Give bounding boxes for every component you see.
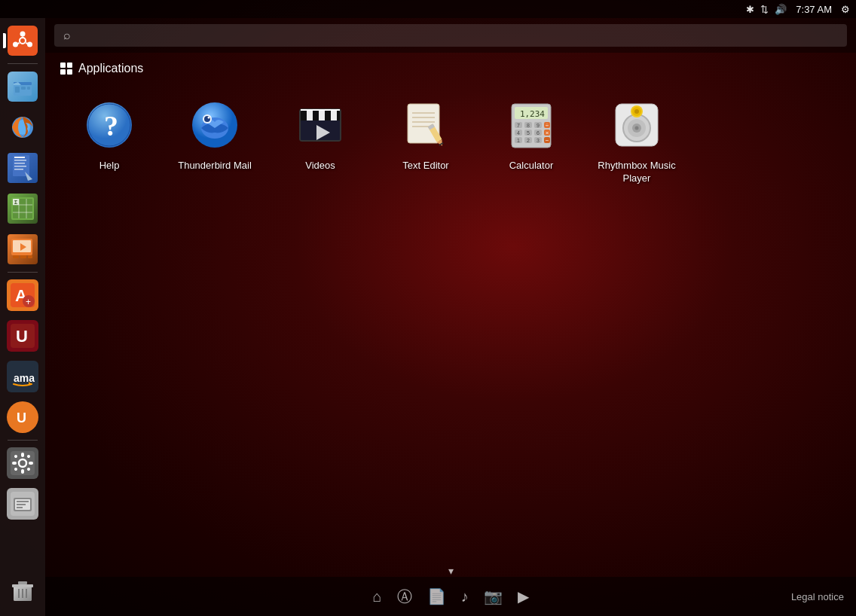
- svg-text:9: 9: [537, 123, 540, 128]
- clock: 7:37 AM: [796, 4, 832, 15]
- apps-grid: ? Help: [45, 81, 856, 202]
- help-app-icon: ?: [82, 98, 136, 152]
- app-item-thunderbird[interactable]: Thunderbird Mail: [166, 89, 264, 194]
- svg-rect-19: [14, 166, 26, 167]
- volume-icon: 🔊: [775, 4, 787, 15]
- bluetooth-icon: ✱: [746, 4, 754, 15]
- bottombar: ▾ ⌂ Ⓐ 📄 ♪ 📷 ▶ Legal notice: [45, 577, 856, 616]
- svg-point-74: [208, 117, 210, 119]
- svg-point-1: [20, 32, 26, 37]
- svg-point-135: [634, 109, 639, 114]
- svg-rect-83: [319, 110, 325, 120]
- svg-rect-85: [331, 110, 337, 120]
- app-item-help[interactable]: ? Help: [60, 89, 158, 194]
- sidebar-separator-1: [8, 63, 38, 64]
- app-item-texteditor[interactable]: Text Editor: [377, 89, 475, 194]
- svg-rect-18: [14, 163, 25, 164]
- rhythmbox-app-icon: [610, 98, 664, 152]
- svg-rect-11: [21, 87, 26, 90]
- svg-point-2: [27, 42, 32, 47]
- svg-rect-33: [28, 255, 32, 258]
- help-app-label: Help: [99, 160, 120, 172]
- network-icon: ⇅: [760, 4, 769, 15]
- svg-text:3: 3: [537, 138, 540, 143]
- sidebar-bottom: [0, 525, 45, 616]
- calculator-app-icon: 1,234 7 8 9 ÷: [504, 98, 558, 152]
- svg-rect-49: [29, 462, 33, 465]
- section-header: Applications: [45, 53, 856, 81]
- main-content: ⌕ Applications: [45, 18, 856, 616]
- bottom-chevron-icon[interactable]: ▾: [448, 565, 454, 577]
- svg-rect-62: [12, 584, 33, 587]
- texteditor-app-label: Text Editor: [402, 160, 448, 172]
- svg-rect-84: [325, 110, 331, 120]
- svg-rect-82: [313, 110, 319, 120]
- svg-rect-31: [13, 255, 19, 258]
- svg-point-132: [635, 127, 639, 130]
- search-bar: ⌕: [45, 18, 856, 53]
- sidebar-item-firefox[interactable]: [3, 108, 42, 147]
- videos-app-label: Videos: [305, 160, 335, 172]
- nav-files-icon[interactable]: 📄: [427, 587, 446, 605]
- svg-rect-46: [21, 453, 24, 457]
- sidebar-item-trash[interactable]: [3, 571, 42, 610]
- settings-icon[interactable]: ⚙: [841, 4, 850, 15]
- svg-rect-16: [14, 157, 25, 158]
- thunderbird-app-icon: [188, 98, 242, 152]
- sidebar-item-ubuntu[interactable]: [3, 21, 42, 60]
- svg-text:7: 7: [517, 123, 520, 128]
- svg-line-6: [26, 43, 28, 44]
- search-icon: ⌕: [63, 29, 71, 42]
- svg-text:1: 1: [517, 138, 520, 143]
- sidebar-item-writer[interactable]: [3, 148, 42, 188]
- sidebar-item-backup[interactable]: [3, 484, 42, 523]
- svg-text:−: −: [546, 137, 549, 144]
- search-input-wrapper[interactable]: ⌕: [54, 24, 847, 47]
- bottom-nav: ⌂ Ⓐ 📄 ♪ 📷 ▶: [57, 587, 844, 607]
- app-item-videos[interactable]: Videos: [271, 89, 369, 194]
- sidebar-item-ubuntuone2[interactable]: U: [3, 398, 42, 437]
- sidebar: Σ A +: [0, 18, 45, 616]
- nav-photos-icon[interactable]: 📷: [484, 587, 503, 605]
- nav-video-icon[interactable]: ▶: [518, 587, 529, 605]
- svg-text:÷: ÷: [546, 122, 549, 129]
- svg-point-3: [13, 42, 18, 47]
- search-input[interactable]: [77, 29, 838, 42]
- sidebar-item-appstore[interactable]: A +: [3, 276, 42, 315]
- svg-rect-48: [12, 462, 17, 465]
- sidebar-separator-3: [8, 440, 38, 441]
- rhythmbox-app-label: Rhythmbox Music Player: [594, 160, 680, 185]
- sidebar-item-nautilus[interactable]: [3, 67, 42, 106]
- svg-text:U: U: [17, 410, 26, 425]
- sidebar-item-amazon[interactable]: amazon: [3, 357, 42, 396]
- svg-text:Σ: Σ: [14, 200, 17, 205]
- sidebar-separator-2: [8, 272, 38, 273]
- svg-text:5: 5: [527, 130, 530, 136]
- topbar: ✱ ⇅ 🔊 7:37 AM ⚙: [0, 0, 856, 18]
- sidebar-item-impress[interactable]: [3, 230, 42, 269]
- sidebar-item-ubuntu-one[interactable]: U: [3, 316, 42, 355]
- svg-text:4: 4: [517, 130, 520, 136]
- nav-music-icon[interactable]: ♪: [461, 588, 469, 605]
- sidebar-item-settings[interactable]: [3, 444, 42, 483]
- section-title: Applications: [78, 62, 143, 75]
- svg-rect-58: [17, 504, 26, 505]
- svg-rect-57: [17, 501, 29, 502]
- nav-apps-icon[interactable]: Ⓐ: [397, 587, 412, 607]
- svg-text:2: 2: [527, 138, 530, 143]
- section-grid-icon: [60, 63, 72, 75]
- topbar-system-icons: ✱ ⇅ 🔊: [746, 4, 787, 15]
- sidebar-item-calc[interactable]: Σ: [3, 189, 42, 228]
- nav-home-icon[interactable]: ⌂: [372, 588, 381, 605]
- svg-text:+: +: [26, 297, 31, 307]
- svg-rect-20: [14, 169, 23, 170]
- svg-text:8: 8: [527, 123, 530, 128]
- svg-rect-59: [17, 507, 23, 508]
- app-item-calculator[interactable]: 1,234 7 8 9 ÷: [482, 89, 580, 194]
- svg-text:U: U: [16, 327, 28, 346]
- svg-rect-10: [15, 87, 20, 93]
- legal-notice-link[interactable]: Legal notice: [791, 591, 844, 602]
- app-item-rhythmbox[interactable]: Rhythmbox Music Player: [588, 89, 686, 194]
- svg-rect-47: [21, 469, 24, 474]
- svg-rect-63: [18, 581, 27, 584]
